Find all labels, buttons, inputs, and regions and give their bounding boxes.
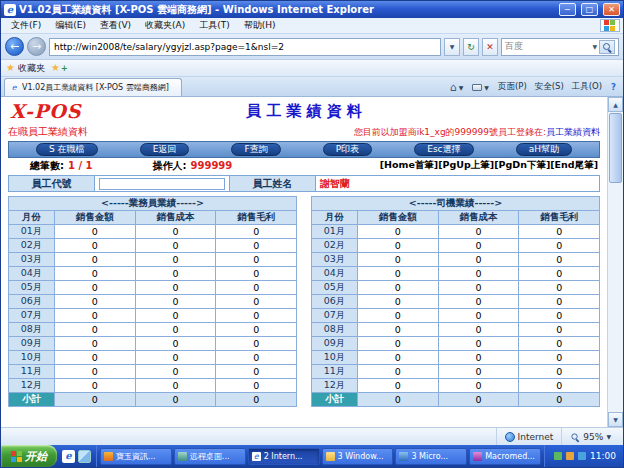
taskbar-task[interactable]: 2 Intern... (248, 448, 320, 465)
tray-icon[interactable] (566, 452, 574, 460)
web-page: X-POS 員 工 業 績 資 料 在職員工業績資料 您目前以加盟商ik1_xg… (1, 97, 607, 427)
menu-item[interactable]: 查看(V) (93, 19, 138, 32)
browser-tab[interactable]: e V1.02員工業績資料 [X-POS 雲端商務網] (4, 78, 182, 96)
page-subtitle: 在職員工業績資料 (8, 125, 88, 139)
action-button[interactable]: S 在職檔 (36, 143, 98, 156)
vertical-scrollbar[interactable]: ▲ ▼ (607, 97, 623, 427)
taskbar-task[interactable]: 3 Micro... (395, 448, 467, 465)
value-cell: 0 (438, 281, 519, 295)
menu-item[interactable]: 帮助(H) (237, 19, 283, 32)
value-cell: 0 (135, 365, 216, 379)
value-cell: 0 (438, 337, 519, 351)
menu-item[interactable]: 工具(T) (192, 19, 237, 32)
ie-favicon: e (4, 4, 16, 16)
scroll-track[interactable] (608, 184, 623, 412)
command-item[interactable]: 页面(P) (494, 81, 531, 93)
print-button[interactable]: ▼ (468, 84, 493, 91)
menu-item[interactable]: 文件(F) (4, 19, 48, 32)
page-title: 員 工 業 績 資 料 (8, 102, 600, 121)
favorites-button[interactable]: ★ 收藏夹 (6, 62, 45, 75)
value-cell: 0 (519, 337, 600, 351)
search-dropdown-icon[interactable]: ▼ (592, 43, 597, 50)
task-icon (104, 452, 113, 461)
scroll-thumb[interactable] (609, 113, 622, 183)
month-cell: 10月 (312, 351, 358, 365)
minimize-button[interactable]: ─ (559, 3, 576, 16)
tray-icon[interactable] (554, 452, 562, 460)
value-cell: 0 (438, 379, 519, 393)
command-item[interactable]: 工具(O) (568, 81, 606, 93)
command-item[interactable]: 安全(S) (531, 81, 568, 93)
action-button[interactable]: P印表 (323, 143, 372, 156)
month-cell: 03月 (312, 253, 358, 267)
zoom-control[interactable]: 95% ▼ (561, 428, 619, 445)
search-provider-text[interactable]: 百度 (505, 40, 590, 53)
zoom-level: 95% (583, 432, 603, 442)
search-box[interactable]: 百度 ▼ (501, 38, 619, 56)
value-cell: 0 (358, 295, 439, 309)
stop-button[interactable]: ✕ (482, 38, 498, 56)
action-button[interactable]: E返回 (140, 143, 190, 156)
month-cell: 06月 (312, 295, 358, 309)
show-desktop-icon[interactable] (78, 450, 91, 463)
address-dropdown-button[interactable]: ▼ (444, 38, 460, 56)
close-button[interactable]: ✕ (603, 3, 620, 16)
maximize-button[interactable]: □ (581, 3, 598, 16)
quick-launch-ie-icon[interactable]: e (62, 450, 75, 463)
value-cell: 0 (135, 323, 216, 337)
content-area: X-POS 員 工 業 績 資 料 在職員工業績資料 您目前以加盟商ik1_xg… (1, 97, 623, 427)
month-cell: 02月 (312, 239, 358, 253)
value-cell: 0 (55, 323, 136, 337)
forward-button[interactable]: → (27, 37, 46, 56)
taskbar-task[interactable]: 3 Window... (322, 448, 394, 465)
action-button[interactable]: aH幫助 (516, 143, 572, 156)
task-label: 寶玉資訊... (116, 451, 156, 462)
action-button[interactable]: Esc選擇 (414, 143, 473, 156)
record-count-value: 1 / 1 (68, 160, 93, 171)
tray-icon[interactable] (578, 452, 586, 460)
month-cell: 09月 (312, 337, 358, 351)
windows-logo-icon (600, 19, 620, 32)
scroll-down-button[interactable]: ▼ (608, 412, 623, 427)
column-header: 銷售金額 (358, 211, 439, 225)
taskbar-task[interactable]: 寶玉資訊... (100, 448, 172, 465)
address-bar[interactable]: http://win2008/te/salary/ygyjzl.asp?page… (49, 38, 441, 56)
month-cell: 01月 (312, 225, 358, 239)
taskbar-task[interactable]: 远程桌面... (174, 448, 246, 465)
search-button[interactable] (599, 40, 615, 54)
home-button[interactable]: ⌂ ▼ (446, 81, 468, 94)
tab-title: V1.02員工業績資料 [X-POS 雲端商務網] (22, 82, 177, 93)
column-header: 月份 (9, 211, 55, 225)
value-cell: 0 (55, 225, 136, 239)
refresh-button[interactable]: ↻ (463, 38, 479, 56)
month-row: 12月000 (9, 379, 297, 393)
action-button[interactable]: F查詢 (231, 143, 280, 156)
help-button[interactable]: ? (607, 82, 620, 92)
address-url[interactable]: http://win2008/te/salary/ygyjzl.asp?page… (54, 42, 436, 52)
menu-bar: 文件(F)编辑(E)查看(V)收藏夹(A)工具(T)帮助(H) (1, 18, 623, 34)
menu-items: 文件(F)编辑(E)查看(V)收藏夹(A)工具(T)帮助(H) (4, 19, 283, 32)
menu-item[interactable]: 收藏夹(A) (138, 19, 192, 32)
zoom-icon (571, 432, 580, 441)
employee-code-input[interactable] (99, 178, 225, 190)
month-cell: 02月 (9, 239, 55, 253)
taskbar-task[interactable]: Macromed... (469, 448, 541, 465)
page-subheader: 在職員工業績資料 您目前以加盟商ik1_xg的999999號員工登錄在:員工業績… (8, 124, 600, 139)
scroll-up-button[interactable]: ▲ (608, 97, 623, 112)
value-cell: 0 (519, 281, 600, 295)
month-row: 08月000 (312, 323, 600, 337)
add-favorite-button[interactable]: ★ + (51, 63, 68, 73)
menu-item[interactable]: 编辑(E) (48, 19, 93, 32)
month-row: 11月000 (312, 365, 600, 379)
month-row: 05月000 (9, 281, 297, 295)
start-button[interactable]: 开始 (1, 445, 57, 467)
month-cell: 04月 (312, 267, 358, 281)
login-info-page-link[interactable]: 員工業績資料 (546, 127, 600, 137)
task-label: 远程桌面... (190, 451, 230, 462)
back-button[interactable]: ← (5, 37, 24, 56)
value-cell: 0 (216, 351, 297, 365)
star-icon: ★ (6, 63, 15, 73)
value-cell: 0 (216, 239, 297, 253)
employee-name-value: 謝智蘭 (316, 176, 599, 191)
value-cell: 0 (55, 281, 136, 295)
